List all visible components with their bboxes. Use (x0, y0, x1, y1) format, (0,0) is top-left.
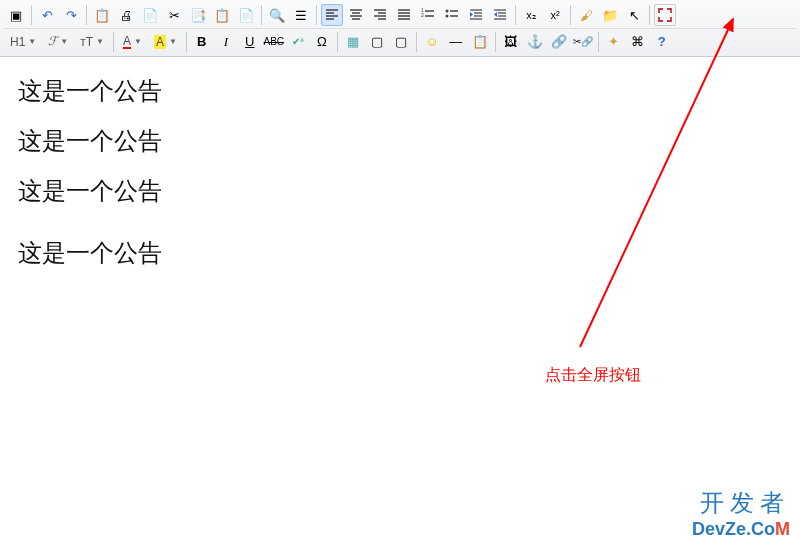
smiley-button[interactable]: ☺ (421, 31, 443, 53)
print-button[interactable]: 🖨 (115, 4, 137, 26)
copy-button[interactable]: 📑 (187, 4, 209, 26)
strike-button[interactable]: ABC (263, 31, 285, 53)
svg-text:2: 2 (421, 12, 424, 18)
table-cell-button[interactable]: ▢ (390, 31, 412, 53)
watermark: 开发者 DevZe.CoM (692, 487, 790, 540)
content-line: 这是一个公告 (18, 175, 782, 207)
spellcheck-button[interactable]: ✔ᵃ (287, 31, 309, 53)
editor-content[interactable]: 这是一个公告 这是一个公告 这是一个公告 这是一个公告 点击全屏按钮 (0, 57, 800, 550)
code-button[interactable]: ⌘ (627, 31, 649, 53)
annotation-text: 点击全屏按钮 (545, 365, 641, 386)
fontsize-dropdown[interactable]: тT▼ (76, 31, 108, 53)
anchor-button[interactable]: ⚓ (524, 31, 546, 53)
watermark-cn: 开发者 (692, 487, 790, 519)
italic-button[interactable]: I (215, 31, 237, 53)
link-button[interactable]: 🔗 (548, 31, 570, 53)
source-button[interactable]: ▣ (5, 4, 27, 26)
content-line: 这是一个公告 (18, 125, 782, 157)
svg-point-21 (446, 15, 449, 18)
unordered-list-button[interactable] (441, 4, 463, 26)
paste-special-button[interactable]: 📋 (469, 31, 491, 53)
select-all-button[interactable]: ☰ (290, 4, 312, 26)
hr-button[interactable]: — (445, 31, 467, 53)
align-right-button[interactable] (369, 4, 391, 26)
find-replace-button[interactable]: 🔍 (266, 4, 288, 26)
special-char-button[interactable]: Ω (311, 31, 333, 53)
fontcolor-dropdown[interactable]: A▼ (119, 31, 146, 53)
table-button[interactable]: ▦ (342, 31, 364, 53)
hilite-dropdown[interactable]: A▼ (150, 31, 181, 53)
content-line: 这是一个公告 (18, 237, 782, 269)
align-justify-button[interactable] (393, 4, 415, 26)
superscript-button[interactable]: x² (544, 4, 566, 26)
align-center-button[interactable] (345, 4, 367, 26)
help-button[interactable]: ? (651, 31, 673, 53)
watermark-en: DevZe.CoM (692, 519, 790, 540)
font-dropdown[interactable]: ℱ▼ (44, 31, 72, 53)
new-button[interactable]: 📄 (139, 4, 161, 26)
cut-button[interactable]: ✂ (163, 4, 185, 26)
unlink-button[interactable]: ✂🔗 (572, 31, 594, 53)
svg-point-20 (446, 10, 449, 13)
ordered-list-button[interactable]: 12 (417, 4, 439, 26)
editor-toolbar: ▣ ↶ ↷ 📋 🖨 📄 ✂ 📑 📋 📄 🔍 ☰ (0, 0, 800, 57)
image-button[interactable]: 🖼 (500, 31, 522, 53)
underline-button[interactable]: U (239, 31, 261, 53)
subscript-button[interactable]: x₂ (520, 4, 542, 26)
cursor-button[interactable]: ↖ (623, 4, 645, 26)
heading-dropdown[interactable]: H1▼ (6, 31, 40, 53)
paste-button[interactable]: 📋 (91, 4, 113, 26)
fullscreen-button[interactable] (654, 4, 676, 26)
format-brush-button[interactable]: 🖌 (575, 4, 597, 26)
indent-button[interactable] (465, 4, 487, 26)
templates-button[interactable]: 📁 (599, 4, 621, 26)
paste-plain-button[interactable]: 📋 (211, 4, 233, 26)
clear-format-button[interactable]: ✦ (603, 31, 625, 53)
bold-button[interactable]: B (191, 31, 213, 53)
outdent-button[interactable] (489, 4, 511, 26)
content-line: 这是一个公告 (18, 75, 782, 107)
undo-button[interactable]: ↶ (36, 4, 58, 26)
paste-word-button[interactable]: 📄 (235, 4, 257, 26)
redo-button[interactable]: ↷ (60, 4, 82, 26)
align-left-button[interactable] (321, 4, 343, 26)
table-border-button[interactable]: ▢ (366, 31, 388, 53)
